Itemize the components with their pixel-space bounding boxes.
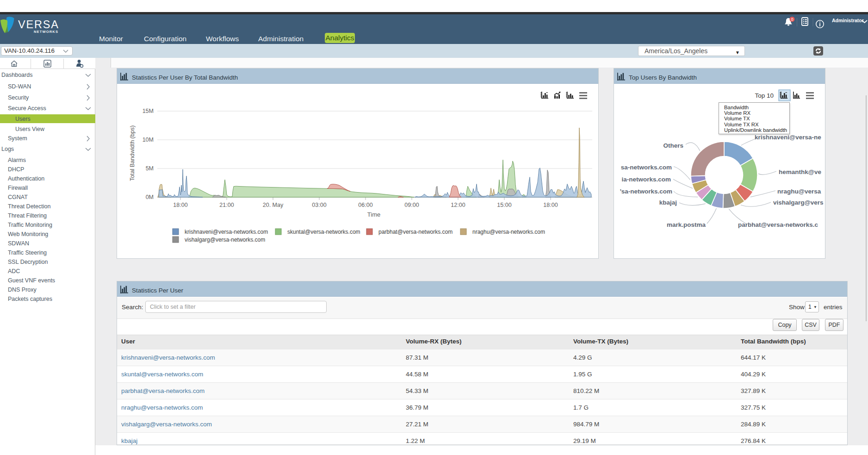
svg-text:skuntal@versa-networks.com: skuntal@versa-networks.com bbox=[287, 229, 360, 235]
svg-text:0M: 0M bbox=[146, 194, 154, 200]
svg-text:20. May: 20. May bbox=[263, 202, 284, 208]
svg-text:Time: Time bbox=[367, 211, 380, 218]
svg-text:NETWORKS: NETWORKS bbox=[34, 30, 58, 34]
svg-text:03:00: 03:00 bbox=[312, 202, 326, 208]
svg-text:parbhat@versa-networks.com: parbhat@versa-networks.com bbox=[378, 229, 453, 235]
svg-text:nraghu@versa-networks.com: nraghu@versa-networks.com bbox=[472, 229, 545, 235]
svg-text:18:00: 18:00 bbox=[543, 202, 558, 208]
svg-text:18:00: 18:00 bbox=[173, 202, 187, 208]
svg-text:09:00: 09:00 bbox=[404, 202, 419, 208]
svg-text:vishalgarg@versa-networks.com: vishalgarg@versa-networks.com bbox=[185, 237, 265, 243]
svg-text:5M: 5M bbox=[146, 165, 154, 172]
svg-text:15M: 15M bbox=[143, 108, 154, 114]
svg-text:VERSA: VERSA bbox=[18, 19, 59, 31]
svg-text:06:00: 06:00 bbox=[358, 202, 372, 208]
svg-text:10M: 10M bbox=[143, 137, 154, 143]
svg-text:Top 10: Top 10 bbox=[755, 92, 774, 99]
svg-text:15:00: 15:00 bbox=[497, 202, 511, 208]
svg-text:krishnaveni@versa-networks.com: krishnaveni@versa-networks.com bbox=[185, 229, 268, 235]
svg-text:21:00: 21:00 bbox=[219, 202, 234, 208]
svg-text:12:00: 12:00 bbox=[451, 202, 465, 208]
svg-text:Administrator: Administrator bbox=[832, 18, 864, 23]
svg-text:Total Bandwidth (bps): Total Bandwidth (bps) bbox=[129, 125, 136, 181]
svg-text:0: 0 bbox=[791, 17, 794, 22]
